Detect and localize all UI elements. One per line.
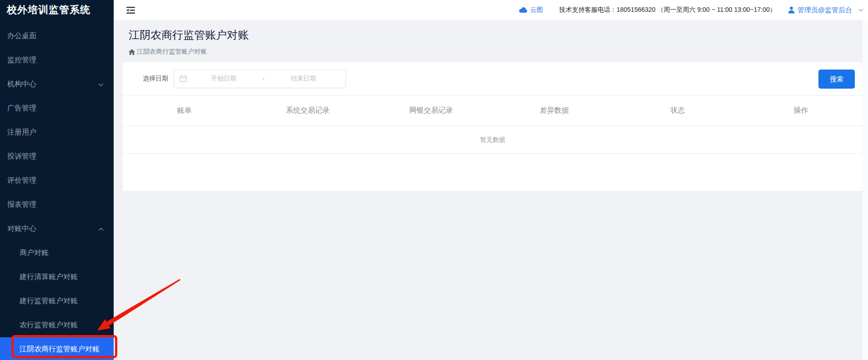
sidebar-item-label: 机构中心 [7, 80, 36, 89]
topbar: 云图 技术支持客服电话：18051566320 （周一至周六 9:00 ~ 11… [114, 0, 868, 20]
sidebar-item[interactable]: 办公桌面 [0, 24, 114, 48]
page-title: 江阴农商行监管账户对账 [129, 28, 249, 42]
sidebar-item[interactable]: 建行监管账户对账 [0, 289, 114, 313]
sidebar-item-label: 商户对账 [20, 248, 49, 258]
sidebar-nav: 办公桌面监控管理机构中心广告管理注册用户投诉管理评价管理报表管理对账中心商户对账… [0, 24, 114, 360]
date-range-label: 选择日期 [143, 75, 168, 83]
support-phone-text: 技术支持客服电话：18051566320 （周一至周六 9:00 ~ 11:00… [559, 6, 776, 14]
cloud-icon [519, 7, 527, 13]
scrollbar[interactable] [863, 20, 868, 360]
chevron-down-icon[interactable] [858, 9, 863, 12]
column-header: 网银交易记录 [369, 106, 492, 115]
column-header: 操作 [739, 106, 863, 115]
table-empty-row: 暂无数据 [123, 126, 863, 154]
chevron-down-icon [98, 83, 104, 86]
sidebar-item-label: 评价管理 [7, 176, 36, 185]
sidebar-item-label: 建行监管账户对账 [20, 296, 78, 306]
sidebar-item-label: 对账中心 [7, 224, 36, 234]
sidebar-item-label: 广告管理 [7, 104, 36, 113]
column-header: 系统交易记录 [246, 106, 369, 115]
sidebar-item-active[interactable]: 江阴农商行监管账户对账 [0, 337, 114, 360]
user-menu-label: 管理员@监管后台 [798, 6, 852, 15]
empty-text: 暂无数据 [480, 136, 506, 144]
cloud-link-label: 云图 [530, 6, 543, 14]
user-menu[interactable]: 管理员@监管后台 [788, 6, 863, 15]
column-header: 状态 [616, 106, 739, 115]
breadcrumb-label: 江阴农商行监管账户对账 [137, 48, 207, 56]
sidebar-item[interactable]: 商户对账 [0, 241, 114, 265]
column-header: 差异数据 [493, 106, 616, 115]
app-title: 校外培训监管系统 [0, 0, 114, 20]
cloud-map-link[interactable]: 云图 [519, 6, 543, 14]
sidebar-item-label: 注册用户 [7, 128, 36, 137]
table-header-row: 账单系统交易记录网银交易记录差异数据状态操作 [123, 95, 863, 126]
calendar-icon [180, 75, 187, 82]
range-separator: - [261, 75, 266, 82]
start-date-placeholder: 开始日期 [187, 75, 261, 83]
search-button[interactable]: 搜索 [818, 70, 855, 89]
sidebar: 校外培训监管系统 办公桌面监控管理机构中心广告管理注册用户投诉管理评价管理报表管… [0, 0, 114, 360]
filter-row: 选择日期 开始日期 - 结束日期 搜索 [123, 62, 863, 95]
sidebar-item[interactable]: 投诉管理 [0, 145, 114, 169]
sidebar-item[interactable]: 广告管理 [0, 96, 114, 120]
breadcrumb: 江阴农商行监管账户对账 [129, 48, 207, 56]
sidebar-item[interactable]: 建行清算账户对账 [0, 265, 114, 289]
sidebar-item-label: 投诉管理 [7, 152, 36, 161]
column-header: 账单 [123, 106, 246, 115]
sidebar-item-label: 办公桌面 [7, 31, 36, 41]
sidebar-item[interactable]: 注册用户 [0, 120, 114, 145]
sidebar-item-label: 监控管理 [7, 55, 36, 65]
sidebar-item[interactable]: 对账中心 [0, 217, 114, 241]
sidebar-item[interactable]: 报表管理 [0, 193, 114, 217]
sidebar-item[interactable]: 评价管理 [0, 169, 114, 193]
sidebar-item[interactable]: 农行监管账户对账 [0, 313, 114, 337]
sidebar-item-label: 农行监管账户对账 [20, 320, 78, 330]
sidebar-item[interactable]: 监控管理 [0, 48, 114, 72]
chevron-up-icon [98, 228, 104, 231]
sidebar-item-label: 建行清算账户对账 [20, 272, 78, 282]
date-range-input[interactable]: 开始日期 - 结束日期 [174, 70, 346, 88]
user-icon [788, 6, 795, 14]
sidebar-item-label: 报表管理 [7, 200, 36, 210]
home-icon[interactable] [129, 49, 135, 55]
sidebar-item[interactable]: 机构中心 [0, 72, 114, 96]
sidebar-item-label: 江阴农商行监管账户对账 [20, 345, 100, 354]
content-card: 选择日期 开始日期 - 结束日期 搜索 账单系统交易记录网银交易记录差异数据状态… [123, 62, 863, 191]
end-date-placeholder: 结束日期 [266, 75, 340, 83]
menu-fold-icon[interactable] [126, 6, 135, 14]
